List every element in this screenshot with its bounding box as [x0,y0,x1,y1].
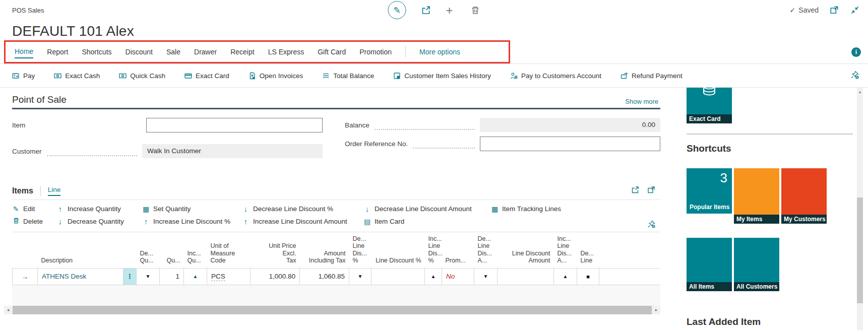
cell-quantity[interactable]: 1 [160,268,184,285]
col-inc-line-disc-pct[interactable]: Inc... Line Dis... % [425,232,442,268]
action-total-balance[interactable]: Total Balance [322,72,374,80]
unpin-icon[interactable] [647,220,655,230]
info-icon[interactable]: i [851,47,861,57]
trash-icon[interactable] [471,6,480,15]
action-decrease-line-discount-amount[interactable]: ↓Decrease Line Discount Amount [363,205,491,213]
tile-all-customers[interactable]: All Customers [734,238,779,291]
action-label: Open Invoices [260,72,303,80]
edit-button[interactable]: ✎ [388,1,406,19]
cell-amount-incl-tax[interactable]: 1,060.85 [300,268,349,285]
tab-shortcuts[interactable]: Shortcuts [82,46,111,58]
cell-promotion[interactable]: No [442,268,474,285]
scroll-right-arrow-icon[interactable]: ▸ [652,307,660,312]
vertical-scrollbar-thumb[interactable] [857,197,863,303]
uom-value[interactable]: PCS [211,273,225,281]
table-row: → ATHENS Desk ⋮ ▼ 1 ▲ PCS 1,000.80 1,060… [13,268,661,285]
col-dec-line-disc-amt[interactable]: De... Line Dis... A... [474,232,498,268]
action-decrease-line-discount-pct[interactable]: ↓Decrease Line Discount % [242,205,363,213]
tile-my-customers[interactable]: My Customers [781,168,827,224]
col-amount-incl-tax[interactable]: Amount Including Tax [300,232,349,268]
tab-discount[interactable]: Discount [126,46,153,58]
cell-dec-line[interactable]: ■ [577,268,599,285]
action-decrease-quantity[interactable]: ↓Decrease Quantity [56,217,142,226]
horizontal-scrollbar-thumb[interactable] [13,306,652,314]
more-options-button[interactable]: More options [419,48,460,56]
tile-exact-card[interactable]: Exact Card [687,88,732,123]
scroll-up-arrow-icon[interactable]: ▴ [857,88,863,94]
col-inc-line-disc-amt[interactable]: Inc... Line Dis... A... [554,232,577,268]
col-promotion[interactable]: Prom... [442,232,474,268]
action-pay[interactable]: Pay [12,72,35,80]
cell-description[interactable]: ATHENS Desk [38,268,123,285]
open-in-new-window-icon[interactable] [647,186,655,196]
cell-inc-line-disc-amt[interactable]: ▲ [554,268,577,285]
col-unit-price[interactable]: Unit Price Excl. Tax [251,232,300,268]
order-reference-input[interactable] [480,137,660,151]
share-icon[interactable] [631,186,639,196]
action-delete[interactable]: Delete [12,217,56,226]
action-set-quantity[interactable]: ▦Set Quantity [142,205,242,213]
divider [40,186,41,196]
cell-line-discount-pct[interactable] [371,268,425,285]
unpin-icon[interactable] [850,71,859,81]
cell-dec-line-disc-amt[interactable]: ▼ [474,268,498,285]
action-edit[interactable]: ✎Edit [12,205,56,213]
action-refund-payment[interactable]: Refund Payment [621,72,683,80]
scroll-left-arrow-icon[interactable]: ◂ [4,307,12,312]
col-dec-line[interactable]: De... Line [577,232,599,268]
share-icon[interactable] [421,6,431,15]
breadcrumb[interactable]: POS Sales [12,7,44,14]
tab-sale[interactable]: Sale [166,46,180,58]
action-item-card[interactable]: ▤Item Card [363,217,491,226]
col-dec-line-disc-pct[interactable]: De... Line Dis... % [349,232,371,268]
action-pay-to-customers-account[interactable]: Pay to Customers Account [510,72,601,80]
cell-increase-qty[interactable]: ▲ [184,268,207,285]
tile-popular-items[interactable]: 3 Popular Items [687,168,732,214]
horizontal-scrollbar[interactable]: ◂ ▸ [4,306,660,314]
tile-all-items[interactable]: All Items [687,238,732,291]
col-line-discount-pct[interactable]: Line Discount % [371,232,425,268]
row-menu-dots[interactable]: ⋮ [123,268,137,285]
row-selector-arrow[interactable]: → [13,268,38,285]
action-exact-card[interactable]: Exact Card [184,72,229,80]
collapse-window-icon[interactable] [850,6,860,15]
col-description[interactable]: Description [38,232,123,268]
vertical-scrollbar[interactable]: ▴ [857,88,863,330]
customer-value-field[interactable]: Walk In Customer [142,144,323,158]
open-in-new-window-icon[interactable] [830,6,839,15]
show-more-link[interactable]: Show more [625,98,658,105]
tab-report[interactable]: Report [47,46,68,58]
action-open-invoices[interactable]: Open Invoices [249,72,303,80]
action-increase-line-discount-pct[interactable]: ↑Increase Line Discount % [142,217,242,226]
action-quick-cash[interactable]: Quick Cash [119,72,165,80]
tab-ls-express[interactable]: LS Express [268,46,304,58]
col-increase-qty[interactable]: Inc... Qu... [184,232,207,268]
col-line-discount-amount[interactable]: Line Discount Amount [498,232,554,268]
action-increase-line-discount-amount[interactable]: ↑Increase Line Discount Amount [242,217,363,226]
tab-home[interactable]: Home [15,45,33,58]
cell-unit-price[interactable]: 1,000.80 [251,268,300,285]
new-icon[interactable]: + [446,6,456,15]
tab-receipt[interactable]: Receipt [230,46,254,58]
tab-drawer[interactable]: Drawer [194,46,217,58]
action-customer-item-sales-history[interactable]: Customer Item Sales History [393,72,491,80]
action-increase-quantity[interactable]: ↑Increase Quantity [56,205,142,213]
tab-promotion[interactable]: Promotion [359,46,392,58]
fields-left-column: Item Customer Walk In Customer [12,117,345,159]
check-icon: ✓ [790,6,796,14]
action-exact-cash[interactable]: Exact Cash [54,72,100,80]
col-decrease-qty[interactable]: De... Qu... [137,232,160,268]
cell-uom[interactable]: PCS [207,268,251,285]
action-label: Exact Cash [65,72,100,80]
cell-line-discount-amount[interactable] [498,268,554,285]
col-uom[interactable]: Unit of Measure Code [207,232,251,268]
tile-my-items[interactable]: My Items [734,168,779,224]
action-item-tracking-lines[interactable]: ▩Item Tracking Lines [491,205,660,213]
tab-line[interactable]: Line [48,186,61,196]
tab-gift-card[interactable]: Gift Card [318,46,346,58]
item-input[interactable] [146,118,323,132]
cell-inc-line-disc-pct[interactable]: ▲ [425,268,442,285]
cell-dec-line-disc-pct[interactable]: ▼ [349,268,371,285]
cell-decrease-qty[interactable]: ▼ [137,268,160,285]
col-quantity[interactable]: Qu... [160,232,184,268]
